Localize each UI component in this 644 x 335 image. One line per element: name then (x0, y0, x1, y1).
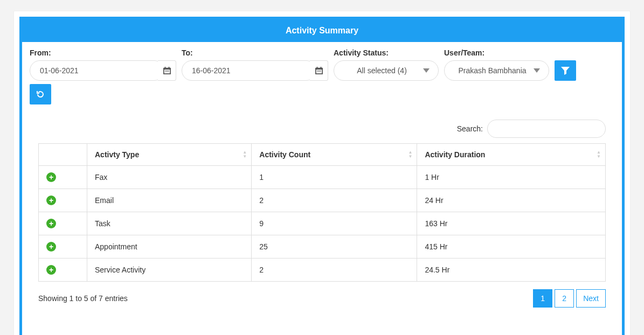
column-activity-count[interactable]: Activity Count ▲▼ (252, 144, 417, 166)
to-label: To: (182, 48, 328, 57)
from-date-input[interactable] (30, 60, 164, 81)
panel-title: Activity Summary (22, 19, 622, 42)
search-row: Search: (38, 120, 606, 138)
from-label: From: (30, 48, 176, 57)
chevron-down-icon (423, 68, 430, 73)
cell-type: Email (87, 189, 252, 212)
to-date-input[interactable] (182, 60, 316, 81)
cell-duration: 415 Hr (417, 235, 606, 259)
reset-filter-button[interactable] (30, 84, 51, 104)
column-activity-duration[interactable]: Activity Duration ▲▼ (417, 144, 606, 166)
expand-row-icon[interactable]: + (46, 172, 56, 182)
chevron-down-icon (534, 68, 540, 73)
next-page-button[interactable]: Next (576, 289, 606, 308)
expand-row-icon[interactable]: + (46, 242, 56, 252)
page-1-button[interactable]: 1 (533, 289, 552, 308)
page-2-button[interactable]: 2 (555, 289, 574, 308)
sort-icon: ▲▼ (243, 150, 247, 159)
table-row: + Task 9 163 Hr (39, 212, 606, 235)
filter-bar: From: To: (22, 42, 622, 84)
cell-duration: 1 Hr (417, 166, 606, 189)
cell-count: 2 (252, 259, 417, 282)
table-row: + Fax 1 1 Hr (39, 166, 606, 189)
apply-filter-button[interactable] (555, 60, 576, 81)
status-label: Activity Status: (334, 48, 439, 57)
table-row: + Email 2 24 Hr (39, 189, 606, 212)
cell-count: 2 (252, 189, 417, 212)
from-date-picker-button[interactable] (158, 60, 176, 81)
status-selected: All selected (4) (357, 66, 407, 75)
table-row: + Appointment 25 415 Hr (39, 235, 606, 259)
outer-card: Activity Summary From: To: (13, 11, 631, 335)
user-selected: Prakash Bambhania (458, 66, 526, 75)
cell-count: 25 (252, 235, 417, 259)
filter-icon (561, 66, 570, 75)
search-label: Search: (457, 124, 483, 133)
cell-count: 9 (252, 212, 417, 235)
search-input[interactable] (487, 120, 606, 138)
content-area: Search: Activty Type ▲▼ Activity Count ▲… (22, 110, 622, 335)
table-footer: Showing 1 to 5 of 7 entries 1 2 Next (38, 289, 606, 308)
user-team-select[interactable]: Prakash Bambhania (444, 60, 549, 81)
user-label: User/Team: (444, 48, 549, 57)
activity-table: Activty Type ▲▼ Activity Count ▲▼ Activi… (38, 143, 606, 282)
expand-row-icon[interactable]: + (46, 196, 56, 205)
activity-status-select[interactable]: All selected (4) (334, 60, 439, 81)
expand-row-icon[interactable]: + (46, 265, 56, 275)
calendar-icon (163, 67, 171, 74)
calendar-icon (315, 67, 323, 74)
refresh-icon (36, 90, 45, 99)
cell-duration: 163 Hr (417, 212, 606, 235)
table-info: Showing 1 to 5 of 7 entries (38, 294, 128, 303)
sort-icon: ▲▼ (597, 150, 601, 159)
filter-from: From: (30, 48, 176, 81)
expand-row-icon[interactable]: + (46, 219, 56, 228)
table-row: + Service Activity 2 24.5 Hr (39, 259, 606, 282)
filter-to: To: (182, 48, 328, 81)
sort-icon: ▲▼ (408, 150, 412, 159)
cell-duration: 24.5 Hr (417, 259, 606, 282)
cell-count: 1 (252, 166, 417, 189)
column-expand (39, 144, 87, 166)
cell-type: Appointment (87, 235, 252, 259)
filter-activity-status: Activity Status: All selected (4) (334, 48, 439, 81)
column-activity-type[interactable]: Activty Type ▲▼ (87, 144, 252, 166)
activity-summary-panel: Activity Summary From: To: (19, 17, 625, 335)
pagination: 1 2 Next (533, 289, 606, 308)
cell-type: Task (87, 212, 252, 235)
cell-type: Fax (87, 166, 252, 189)
to-date-picker-button[interactable] (310, 60, 328, 81)
cell-duration: 24 Hr (417, 189, 606, 212)
cell-type: Service Activity (87, 259, 252, 282)
filter-user-team: User/Team: Prakash Bambhania (444, 48, 549, 81)
